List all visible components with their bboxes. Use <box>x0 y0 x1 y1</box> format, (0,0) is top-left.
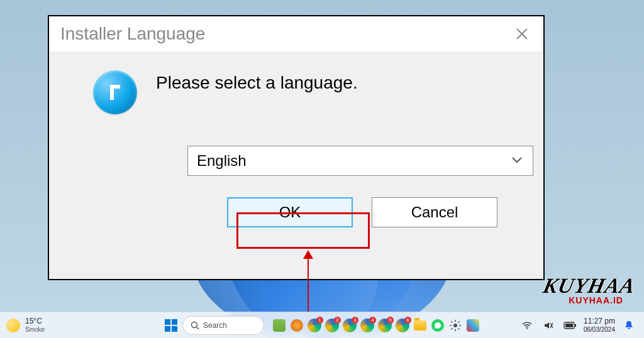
weather-icon <box>6 319 20 332</box>
installer-app-icon <box>93 70 137 114</box>
svg-point-1 <box>453 324 457 327</box>
watermark: KUYHAA KUYHAA.ID <box>543 274 635 305</box>
pinned-app-last[interactable] <box>465 318 480 333</box>
taskbar-pinned-apps: 1 2 3 4 5 6 <box>272 318 480 333</box>
taskbar-search[interactable]: Search <box>182 316 264 335</box>
pinned-app-1[interactable] <box>272 318 287 333</box>
cancel-button[interactable]: Cancel <box>372 197 497 227</box>
taskbar-clock[interactable]: 11:27 pm 06/03/2024 <box>584 317 615 332</box>
pinned-app-2[interactable] <box>289 318 304 333</box>
edge-instance-2[interactable]: 2 <box>325 318 340 333</box>
battery-icon[interactable] <box>562 318 577 333</box>
whatsapp-icon[interactable] <box>430 318 445 333</box>
dialog-title: Installer Language <box>60 24 205 44</box>
search-icon <box>191 321 199 330</box>
wifi-icon[interactable] <box>519 318 535 333</box>
clock-time: 11:27 pm <box>584 317 615 325</box>
clock-date: 06/03/2024 <box>584 326 615 333</box>
taskbar: 15°C Smoke Search 1 2 3 4 5 6 <box>0 312 644 338</box>
file-explorer[interactable] <box>413 318 428 333</box>
svg-rect-5 <box>565 324 573 327</box>
language-select[interactable]: English <box>187 146 533 176</box>
svg-point-0 <box>192 322 197 327</box>
weather-condition: Smoke <box>25 326 45 333</box>
edge-instance-3[interactable]: 3 <box>342 318 357 333</box>
weather-widget[interactable]: 15°C Smoke <box>0 317 51 332</box>
edge-instance-6[interactable]: 6 <box>395 318 410 333</box>
taskbar-search-placeholder: Search <box>203 321 227 330</box>
weather-temp: 15°C <box>25 317 45 325</box>
notifications-button[interactable] <box>621 318 636 333</box>
installer-language-dialog: Installer Language Please select a langu… <box>48 15 545 280</box>
edge-instance-5[interactable]: 5 <box>377 318 392 333</box>
language-select-value: English <box>197 152 247 170</box>
start-button[interactable] <box>164 318 179 333</box>
close-icon <box>515 27 529 41</box>
chevron-down-icon <box>510 153 524 169</box>
close-button[interactable] <box>512 24 532 44</box>
prompt-text: Please select a language. <box>156 73 358 93</box>
svg-point-2 <box>526 328 528 329</box>
svg-rect-4 <box>575 324 576 327</box>
system-tray: 11:27 pm 06/03/2024 <box>512 317 644 332</box>
settings-icon[interactable] <box>448 318 463 333</box>
bell-icon <box>624 320 634 330</box>
dialog-titlebar: Installer Language <box>49 16 543 52</box>
edge-instance-1[interactable]: 1 <box>307 318 322 333</box>
ok-button[interactable]: OK <box>227 197 353 227</box>
watermark-line1: KUYHAA <box>541 274 638 298</box>
edge-instance-4[interactable]: 4 <box>360 318 375 333</box>
volume-icon[interactable] <box>541 318 556 333</box>
